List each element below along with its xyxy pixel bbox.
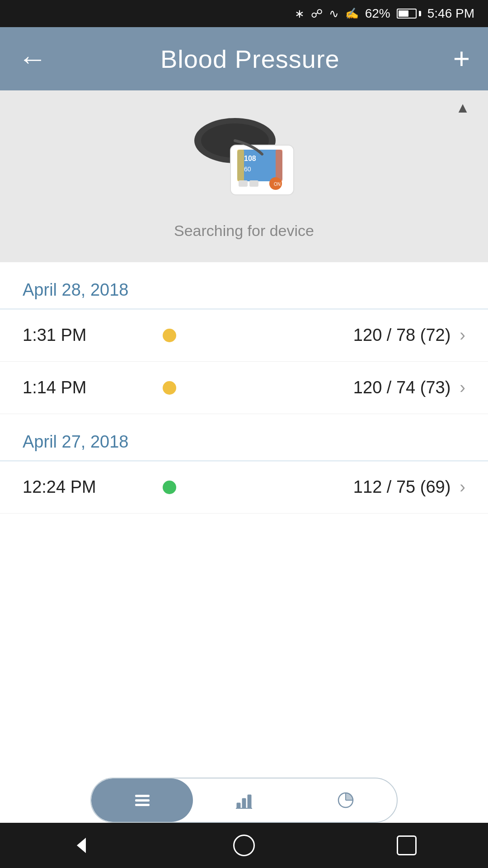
collapse-button[interactable]: ▲ bbox=[455, 99, 470, 116]
alarm-icon: ☍ bbox=[311, 7, 323, 21]
svg-rect-17 bbox=[248, 795, 251, 808]
svg-marker-22 bbox=[77, 838, 86, 853]
nav-back-button[interactable] bbox=[63, 827, 99, 863]
svg-rect-16 bbox=[242, 798, 246, 808]
chevron-right-icon-114pm: › bbox=[460, 378, 465, 397]
tab-container bbox=[90, 778, 398, 823]
svg-rect-6 bbox=[237, 150, 244, 181]
back-button[interactable]: ← bbox=[18, 44, 47, 73]
svg-rect-14 bbox=[135, 804, 150, 806]
status-bar: ∗ ☍ ∿ ✍ 62% 5:46 PM bbox=[0, 0, 488, 27]
reading-row-131pm[interactable]: 1:31 PM 120 / 78 (72) › bbox=[0, 309, 488, 362]
bp-monitor-svg: 108 60 ON bbox=[185, 104, 303, 213]
bottom-tab-bar bbox=[0, 778, 488, 823]
reading-row-114pm[interactable]: 1:14 PM 120 / 74 (73) › bbox=[0, 362, 488, 414]
chevron-right-icon-1224pm: › bbox=[460, 477, 465, 497]
chevron-right-icon-131pm: › bbox=[460, 326, 465, 345]
battery-icon bbox=[397, 9, 421, 19]
date-group-april27: April 27, 2018 12:24 PM 112 / 75 (69) › bbox=[0, 414, 488, 514]
reading-value-131pm: 120 / 78 (72) bbox=[203, 326, 460, 345]
readings-content: April 28, 2018 1:31 PM 120 / 78 (72) › 1… bbox=[0, 262, 488, 868]
signal-icon: ✍ bbox=[345, 7, 359, 20]
reading-value-114pm: 120 / 74 (73) bbox=[203, 378, 460, 397]
add-button[interactable]: + bbox=[453, 44, 470, 73]
reading-row-1224pm[interactable]: 12:24 PM 112 / 75 (69) › bbox=[0, 461, 488, 514]
svg-rect-10 bbox=[239, 180, 248, 187]
date-group-april28: April 28, 2018 1:31 PM 120 / 78 (72) › 1… bbox=[0, 262, 488, 414]
date-header-april28: April 28, 2018 bbox=[0, 262, 488, 309]
svg-rect-15 bbox=[237, 803, 240, 808]
tab-list[interactable] bbox=[91, 778, 193, 822]
nav-back-icon bbox=[70, 834, 93, 857]
reading-time-1224pm: 12:24 PM bbox=[23, 477, 136, 497]
svg-rect-13 bbox=[135, 799, 150, 802]
device-image: 108 60 ON bbox=[185, 104, 303, 213]
wifi-icon: ∿ bbox=[329, 7, 339, 21]
svg-text:108: 108 bbox=[244, 155, 256, 162]
status-dot-131pm bbox=[163, 329, 176, 342]
list-icon bbox=[132, 790, 152, 810]
status-dot-1224pm bbox=[163, 481, 176, 494]
svg-rect-7 bbox=[276, 150, 282, 181]
status-dot-114pm bbox=[163, 381, 176, 395]
svg-rect-12 bbox=[135, 795, 150, 797]
nav-recents-icon bbox=[397, 835, 417, 855]
status-time: 5:46 PM bbox=[427, 6, 474, 21]
nav-home-icon bbox=[233, 835, 255, 856]
device-status-text: Searching for device bbox=[174, 222, 314, 240]
svg-text:60: 60 bbox=[244, 165, 251, 173]
page-title: Blood Pressure bbox=[160, 44, 340, 74]
reading-value-1224pm: 112 / 75 (69) bbox=[203, 477, 460, 497]
bluetooth-icon: ∗ bbox=[295, 7, 305, 21]
reading-time-131pm: 1:31 PM bbox=[23, 326, 136, 345]
reading-time-114pm: 1:14 PM bbox=[23, 378, 136, 397]
nav-home-button[interactable] bbox=[226, 827, 262, 863]
bar-chart-icon bbox=[234, 790, 254, 810]
date-header-april27: April 27, 2018 bbox=[0, 414, 488, 461]
svg-text:ON: ON bbox=[274, 182, 281, 187]
pie-chart-icon bbox=[336, 790, 356, 810]
battery-percent: 62% bbox=[365, 6, 390, 21]
status-icons: ∗ ☍ ∿ ✍ 62% 5:46 PM bbox=[295, 6, 474, 21]
device-section: ▲ 108 60 ON Searching for device bbox=[0, 90, 488, 262]
nav-recents-button[interactable] bbox=[389, 827, 425, 863]
header: ← Blood Pressure + bbox=[0, 27, 488, 90]
nav-bar bbox=[0, 823, 488, 868]
svg-rect-11 bbox=[249, 180, 258, 187]
tab-chart[interactable] bbox=[193, 778, 295, 822]
tab-pie[interactable] bbox=[295, 778, 397, 822]
